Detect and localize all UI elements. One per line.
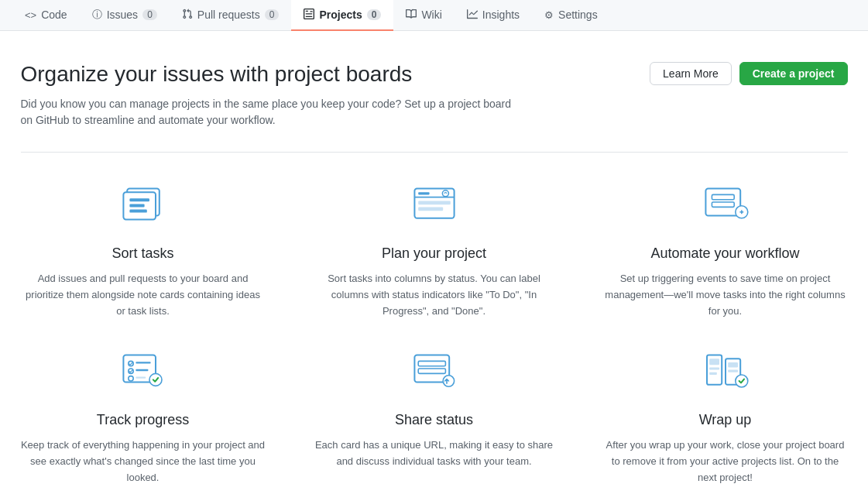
automate-workflow-desc: Set up triggering events to save time on… [603, 271, 848, 319]
settings-icon: ⚙ [544, 9, 554, 21]
tab-insights-label: Insights [482, 9, 520, 21]
feature-track-progress: Track progress Keep track of everything … [21, 350, 266, 486]
svg-rect-29 [418, 369, 445, 373]
feature-plan-project: Plan your project Sort tasks into column… [312, 184, 557, 319]
share-status-desc: Each card has a unique URL, making it ea… [312, 438, 557, 470]
sort-tasks-title: Sort tasks [112, 245, 173, 262]
tab-insights[interactable]: Insights [455, 0, 532, 31]
feature-wrap-up: Wrap up After you wrap up your work, clo… [603, 350, 848, 486]
learn-more-button[interactable]: Learn More [650, 62, 732, 85]
svg-rect-3 [129, 204, 144, 207]
code-icon: <> [25, 9, 36, 21]
tab-settings-label: Settings [558, 9, 598, 21]
svg-rect-7 [418, 192, 429, 194]
share-status-icon [410, 350, 459, 400]
svg-rect-12 [418, 207, 443, 211]
svg-point-24 [128, 376, 132, 381]
tab-code[interactable]: <> Code [12, 0, 80, 31]
hero-title: Organize your issues with project boards [21, 62, 516, 87]
projects-badge: 0 [367, 9, 382, 20]
svg-rect-14 [712, 194, 734, 199]
wrap-up-icon [701, 350, 750, 400]
nav-tabs: <> Code ⓘ Issues 0 Pull requests 0 Proje… [0, 0, 868, 31]
wrap-up-desc: After you wrap up your work, close your … [603, 438, 848, 486]
projects-icon [304, 9, 314, 22]
share-status-title: Share status [395, 412, 473, 428]
svg-rect-15 [712, 202, 734, 207]
create-project-button[interactable]: Create a project [739, 62, 848, 85]
svg-rect-23 [136, 369, 148, 371]
tab-projects-label: Projects [319, 9, 362, 21]
section-divider [21, 152, 848, 153]
issues-icon: ⓘ [92, 8, 102, 22]
svg-rect-35 [709, 372, 717, 375]
track-progress-icon [118, 350, 168, 400]
plan-project-icon [410, 184, 459, 233]
tab-settings[interactable]: ⚙ Settings [532, 0, 610, 31]
automate-workflow-icon [701, 184, 750, 233]
pr-badge: 0 [265, 9, 280, 20]
tab-code-label: Code [41, 9, 67, 21]
hero-actions: Learn More Create a project [650, 62, 847, 85]
hero-section: Organize your issues with project boards… [21, 62, 848, 129]
automate-workflow-title: Automate your workflow [650, 245, 799, 262]
wrap-up-title: Wrap up [699, 412, 752, 428]
svg-point-8 [442, 190, 448, 197]
tab-issues-label: Issues [107, 9, 138, 21]
tab-pull-requests[interactable]: Pull requests 0 [170, 0, 292, 31]
hero-text: Organize your issues with project boards… [21, 62, 516, 129]
feature-sort-tasks: Sort tasks Add issues and pull requests … [21, 184, 266, 319]
tab-wiki[interactable]: Wiki [393, 0, 454, 31]
wiki-icon [406, 9, 417, 22]
svg-rect-37 [728, 370, 738, 372]
sort-tasks-icon [118, 184, 168, 233]
plan-project-title: Plan your project [382, 245, 486, 262]
tab-issues[interactable]: ⓘ Issues 0 [80, 0, 170, 31]
track-progress-desc: Keep track of everything happening in yo… [21, 438, 266, 486]
tab-pr-label: Pull requests [197, 9, 260, 21]
insights-icon [467, 9, 478, 22]
svg-rect-36 [728, 362, 738, 367]
svg-rect-28 [418, 362, 445, 366]
svg-rect-34 [709, 368, 719, 370]
pr-icon [182, 9, 193, 22]
svg-rect-11 [418, 201, 451, 204]
svg-rect-4 [129, 210, 146, 213]
hero-description: Did you know you can manage projects in … [21, 96, 516, 129]
svg-rect-25 [136, 377, 146, 379]
sort-tasks-desc: Add issues and pull requests to your boa… [21, 271, 266, 319]
features-grid: Sort tasks Add issues and pull requests … [21, 184, 848, 486]
feature-share-status: Share status Each card has a unique URL,… [312, 350, 557, 486]
svg-rect-2 [129, 198, 149, 201]
track-progress-title: Track progress [97, 412, 189, 428]
issues-badge: 0 [142, 9, 157, 20]
tab-projects[interactable]: Projects 0 [291, 0, 393, 31]
svg-rect-21 [136, 362, 150, 364]
tab-wiki-label: Wiki [421, 9, 441, 21]
svg-rect-33 [709, 359, 719, 365]
plan-project-desc: Sort tasks into columns by status. You c… [312, 271, 557, 319]
svg-line-10 [445, 192, 447, 194]
feature-automate-workflow: Automate your workflow Set up triggering… [603, 184, 848, 319]
main-content: Organize your issues with project boards… [9, 31, 860, 501]
